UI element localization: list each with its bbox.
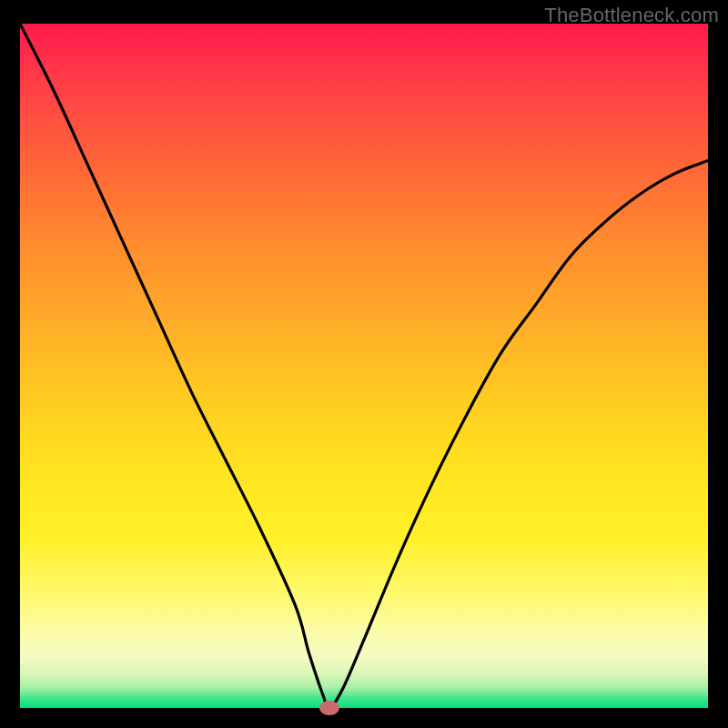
watermark-text: TheBottleneck.com xyxy=(544,4,719,27)
plot-area xyxy=(20,24,708,708)
bottleneck-curve xyxy=(20,24,708,708)
chart-frame: TheBottleneck.com xyxy=(0,0,728,728)
optimum-marker xyxy=(319,701,339,715)
